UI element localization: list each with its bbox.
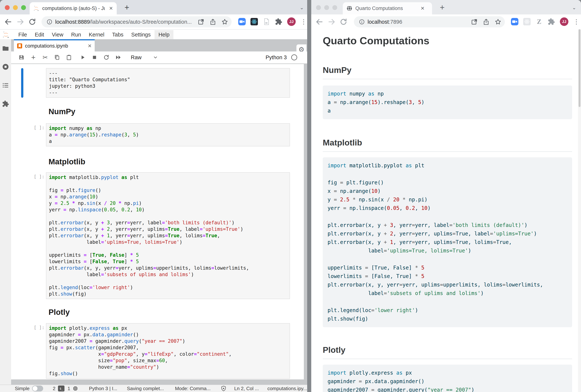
jupyterlab-logo xyxy=(2,31,10,38)
paste-cells-button[interactable] xyxy=(65,54,72,61)
bookmark-star-icon[interactable] xyxy=(494,18,502,25)
extensions-puzzle-icon[interactable] xyxy=(275,18,282,25)
globe-favicon xyxy=(346,5,352,11)
markdown-heading-matplotlib: Matplotlib xyxy=(48,157,304,166)
tab-search-chevron-icon[interactable]: ⌄ xyxy=(572,5,576,10)
insert-cell-button[interactable]: + xyxy=(30,54,37,61)
right-tab-strip: Quarto Computations ✕ + ⌄ xyxy=(311,0,581,14)
terminal-icon: $_ xyxy=(58,386,64,392)
section-heading-matplotlib: Matplotlib xyxy=(323,138,572,152)
menu-view[interactable]: View xyxy=(48,30,67,39)
cursor-position[interactable]: Ln 2, Col ... xyxy=(234,386,259,392)
interrupt-kernel-button[interactable] xyxy=(91,54,98,61)
menu-file[interactable]: File xyxy=(14,30,31,39)
react-devtools-extension-icon[interactable] xyxy=(250,18,258,25)
reload-button[interactable] xyxy=(340,18,348,26)
terminal-count[interactable]: 2 xyxy=(53,386,56,392)
code-cell-numpy[interactable]: [ ]: import numpy as npa = np.arange(15)… xyxy=(11,123,304,146)
notebook-tab[interactable]: computations.ipynb ✕ xyxy=(14,39,95,51)
simple-mode-toggle[interactable] xyxy=(32,386,43,392)
new-tab-button[interactable]: + xyxy=(440,3,445,11)
quarto-page: Quarto Computations NumPy import numpy a… xyxy=(311,29,581,392)
profile-avatar[interactable]: JJ xyxy=(287,17,296,26)
jupyterlab-menu-bar: File Edit View Run Kernel Tabs Settings … xyxy=(0,30,307,40)
menu-edit[interactable]: Edit xyxy=(31,30,48,39)
plotly-cell-editor[interactable]: import plotly.express as pxgapminder = p… xyxy=(46,323,290,379)
code-cell-plotly[interactable]: [ ]: import plotly.express as pxgapminde… xyxy=(11,323,304,379)
scrollbar-thumb[interactable] xyxy=(578,29,580,107)
run-cell-button[interactable] xyxy=(79,54,86,61)
bookmark-star-icon[interactable] xyxy=(221,18,228,25)
minimize-window-button[interactable] xyxy=(324,5,329,10)
kernel-status-text[interactable]: Python 3 | I... xyxy=(89,386,117,392)
address-bar[interactable]: localhost:7896 xyxy=(354,16,505,27)
restart-kernel-button[interactable] xyxy=(103,54,110,61)
extension-icons: Z JJ ⋮ xyxy=(511,17,580,26)
jupyterlab-dock-panel: computations.ipynb ✕ ⚙ + ✂ xyxy=(0,39,307,385)
close-tab-icon[interactable]: ✕ xyxy=(420,5,425,11)
menu-help[interactable]: Help xyxy=(154,30,174,39)
zoom-window-button[interactable] xyxy=(332,5,337,10)
browser-menu-icon[interactable]: ⋮ xyxy=(573,18,580,25)
tab-search-chevron-icon[interactable]: ⌄ xyxy=(300,5,304,10)
extensions-puzzle-icon[interactable] xyxy=(548,18,555,25)
minimize-window-button[interactable] xyxy=(13,5,18,10)
notebook-tab-close-icon[interactable]: ✕ xyxy=(88,43,92,49)
react-devtools-extension-icon[interactable] xyxy=(523,18,530,25)
url-text[interactable]: localhost:7896 xyxy=(368,19,466,25)
kernel-count[interactable]: 1 xyxy=(68,386,70,392)
profile-avatar[interactable]: JJ xyxy=(560,17,568,26)
browser-menu-icon[interactable]: ⋮ xyxy=(300,18,307,25)
restart-run-all-button[interactable] xyxy=(114,54,122,61)
matplotlib-cell-editor[interactable]: import matplotlib.pyplot as plt fig = pl… xyxy=(46,172,290,299)
numpy-cell-editor[interactable]: import numpy as npa = np.arange(15).resh… xyxy=(46,123,290,146)
back-button[interactable] xyxy=(4,18,12,26)
save-button[interactable] xyxy=(18,54,25,61)
cell-type-chevron-icon[interactable] xyxy=(153,55,158,60)
kernel-status-icon[interactable] xyxy=(291,54,297,60)
address-bar[interactable]: localhost:8889/lab/workspaces/auto-S/tre… xyxy=(42,16,232,27)
open-in-new-icon[interactable] xyxy=(471,18,478,25)
new-tab-button[interactable]: + xyxy=(124,3,129,11)
selected-cell-indicator xyxy=(21,68,23,98)
cell-type-dropdown[interactable]: Raw xyxy=(131,54,142,60)
browser-tab-jupyter[interactable]: computations.ip (auto-S) - Jup ✕ xyxy=(30,2,117,14)
document-extension-icon[interactable] xyxy=(263,18,270,25)
close-tab-icon[interactable]: ✕ xyxy=(109,5,113,11)
forward-button[interactable] xyxy=(328,18,336,26)
copy-cells-button[interactable] xyxy=(53,54,61,61)
notebook-file-icon xyxy=(17,43,22,49)
close-window-button[interactable] xyxy=(316,5,321,10)
page-scrollbar[interactable] xyxy=(578,29,581,392)
site-info-icon[interactable] xyxy=(46,19,52,25)
share-icon[interactable] xyxy=(482,18,490,25)
raw-cell-editor[interactable]: ---title: "Quarto Computations"jupyter: … xyxy=(46,68,290,98)
zoom-extension-icon[interactable] xyxy=(238,18,246,25)
cut-cells-button[interactable]: ✂ xyxy=(42,54,49,61)
trust-shield-icon[interactable] xyxy=(221,385,226,392)
menu-run[interactable]: Run xyxy=(67,30,85,39)
file-browser-icon[interactable] xyxy=(2,45,9,52)
url-text[interactable]: localhost:8889/lab/workspaces/auto-S/tre… xyxy=(55,19,193,25)
forward-button[interactable] xyxy=(16,18,24,26)
menu-tabs[interactable]: Tabs xyxy=(108,30,127,39)
table-of-contents-icon[interactable] xyxy=(2,82,9,89)
jupyterlab-browser-window: computations.ip (auto-S) - Jup ✕ + ⌄ loc… xyxy=(0,0,307,392)
menu-kernel[interactable]: Kernel xyxy=(85,30,108,39)
zoom-extension-icon[interactable] xyxy=(511,18,518,25)
open-in-new-icon[interactable] xyxy=(198,18,204,25)
close-window-button[interactable] xyxy=(5,5,10,10)
share-icon[interactable] xyxy=(209,18,216,25)
reload-button[interactable] xyxy=(28,18,36,26)
running-kernels-icon[interactable] xyxy=(2,63,9,70)
site-info-icon[interactable] xyxy=(359,19,365,25)
kernel-name-button[interactable]: Python 3 xyxy=(266,54,287,60)
browser-tab-quarto[interactable]: Quarto Computations ✕ xyxy=(343,2,432,14)
code-cell-matplotlib[interactable]: [ ]: import matplotlib.pyplot as plt fig… xyxy=(11,172,304,299)
z-extension-icon[interactable]: Z xyxy=(536,18,543,25)
raw-cell[interactable]: ---title: "Quarto Computations"jupyter: … xyxy=(11,68,304,98)
menu-settings[interactable]: Settings xyxy=(127,30,154,39)
zoom-window-button[interactable] xyxy=(21,5,26,10)
extension-manager-icon[interactable] xyxy=(2,100,9,107)
back-button[interactable] xyxy=(315,18,324,26)
